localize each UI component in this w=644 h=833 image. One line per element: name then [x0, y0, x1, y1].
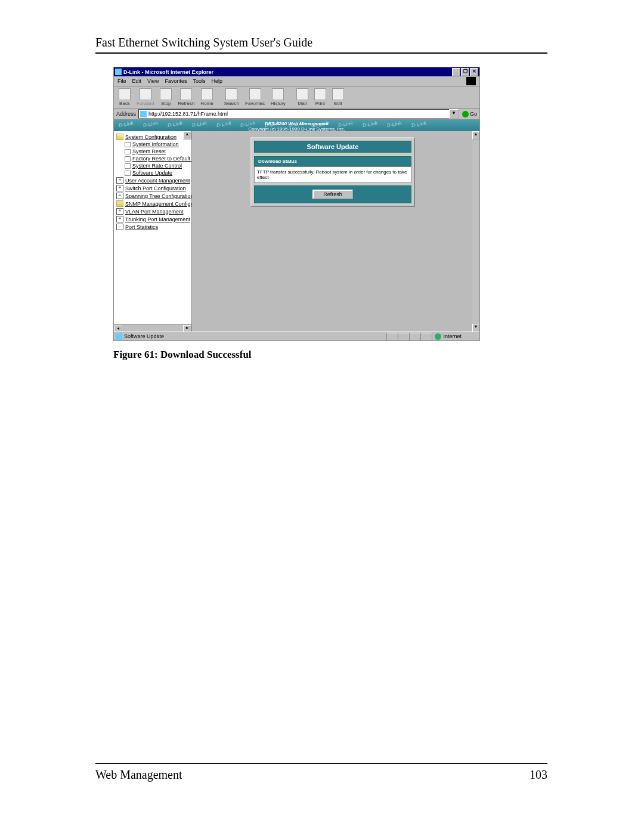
home-icon	[201, 88, 213, 100]
status-text: Software Update	[124, 333, 386, 339]
address-value: http://192.152.81.71/hFrame.html	[148, 111, 228, 117]
print-icon	[314, 88, 326, 100]
go-icon	[462, 111, 469, 117]
window-titlebar: D-Link - Microsoft Internet Explorer _ ❐…	[114, 67, 479, 76]
history-icon	[272, 88, 284, 100]
menu-edit[interactable]: Edit	[132, 78, 142, 84]
tree-port-statistics[interactable]: ·Port Statistics	[116, 223, 191, 231]
card-subheader: Download Status	[254, 156, 411, 166]
page-icon	[125, 142, 131, 147]
edit-icon	[332, 88, 344, 100]
refresh-toolbar-button[interactable]: Refresh	[178, 88, 194, 106]
folder-open-icon	[116, 134, 123, 140]
security-zone: Internet	[432, 333, 479, 340]
scroll-down-button[interactable]: ▼	[472, 324, 479, 332]
tree-system-rate-control[interactable]: System Rate Control	[116, 162, 191, 169]
menu-bar: File Edit View Favorites Tools Help	[114, 76, 479, 86]
figure-caption: Figure 61: Download Successful	[113, 349, 252, 361]
footer-rule	[95, 763, 547, 764]
mail-button[interactable]: Mail	[296, 88, 308, 106]
back-button[interactable]: Back	[119, 88, 131, 106]
scroll-up-button[interactable]: ▲	[472, 131, 479, 140]
history-button[interactable]: History	[271, 88, 286, 106]
edit-button[interactable]: Edit	[332, 88, 344, 106]
page-icon	[125, 171, 131, 176]
stop-button[interactable]: Stop	[160, 88, 172, 106]
address-label: Address	[116, 111, 136, 117]
refresh-icon	[180, 88, 192, 100]
ie-throbber-icon	[466, 77, 476, 85]
expand-icon[interactable]: +	[116, 216, 123, 222]
address-dropdown[interactable]: ▼	[449, 109, 459, 119]
main-v-scrollbar[interactable]: ▲ ▼	[472, 131, 479, 332]
header-rule	[95, 52, 547, 54]
expand-icon[interactable]: +	[116, 193, 123, 199]
forward-button[interactable]: Forward	[137, 88, 154, 106]
menu-favorites[interactable]: Favorites	[165, 78, 187, 84]
favorites-button[interactable]: Favorites	[245, 88, 265, 106]
back-icon	[119, 88, 131, 100]
tree-spanning-tree-configuration[interactable]: +Spanning Tree Configuration	[116, 192, 191, 200]
close-button[interactable]: ✕	[470, 68, 478, 76]
home-button[interactable]: Home	[200, 88, 213, 106]
sidebar-scroll-up[interactable]: ▲	[183, 131, 191, 140]
tree-software-update[interactable]: Software Update	[116, 169, 191, 176]
tree-factory-reset[interactable]: Factory Reset to Default Confi	[116, 155, 191, 162]
search-icon	[225, 88, 237, 100]
maximize-button[interactable]: ❐	[461, 68, 469, 76]
screenshot: D-Link - Microsoft Internet Explorer _ ❐…	[113, 67, 480, 341]
tree-system-reset[interactable]: System Reset	[116, 148, 191, 155]
tree-switch-port-configuration[interactable]: +Switch Port Configuration	[116, 184, 191, 192]
ie-icon	[115, 69, 122, 75]
tree-trunking-port-management[interactable]: +Trunking Port Management	[116, 215, 191, 223]
tree-system-information[interactable]: System Information	[116, 141, 191, 148]
page-icon	[125, 149, 131, 154]
sidebar-tree: ▲ System Configuration System Informatio…	[114, 131, 192, 332]
main-panel: ▲ ▼ Software Update Download Status TFTP…	[192, 131, 479, 332]
menu-view[interactable]: View	[147, 78, 159, 84]
tree-snmp-management-configuration[interactable]: SNMP Management Configuration	[116, 200, 191, 208]
page-icon	[125, 156, 131, 162]
doc-header: Fast Ethernet Switching System User's Gu…	[95, 36, 312, 49]
address-bar: Address http://192.152.81.71/hFrame.html…	[114, 109, 479, 120]
address-field[interactable]: http://192.152.81.71/hFrame.html	[138, 109, 450, 119]
search-button[interactable]: Search	[224, 88, 239, 106]
page-icon	[125, 163, 131, 169]
favorites-icon	[249, 88, 261, 100]
internet-zone-icon	[435, 333, 441, 340]
window-title: D-Link - Microsoft Internet Explorer	[123, 69, 452, 75]
minimize-button[interactable]: _	[452, 68, 460, 76]
toolbar: Back Forward Stop Refresh Home Search Fa…	[114, 86, 479, 109]
status-page-icon	[116, 333, 122, 340]
card-title: Software Update	[254, 141, 411, 153]
page-icon	[140, 111, 147, 117]
expand-icon[interactable]: +	[116, 177, 123, 184]
card-message: TFTP transfer successfully. Reboot syste…	[254, 166, 411, 183]
folder-icon	[116, 200, 123, 207]
stop-icon	[160, 88, 172, 100]
tree-vlan-port-management[interactable]: +VLAN Port Management	[116, 208, 191, 215]
software-update-card: Software Update Download Status TFTP tra…	[250, 137, 415, 207]
expand-icon[interactable]: +	[116, 208, 123, 215]
menu-tools[interactable]: Tools	[193, 78, 205, 84]
tree-user-account-management[interactable]: +User Account Management	[116, 176, 191, 184]
footer-left: Web Management	[95, 768, 182, 782]
content-area: ▲ System Configuration System Informatio…	[114, 131, 479, 332]
status-bar: Software Update Internet	[114, 332, 479, 340]
tree-system-configuration[interactable]: System Configuration	[116, 133, 191, 141]
banner-title: DES-5200 Web Management	[265, 121, 329, 126]
leaf-icon: ·	[116, 224, 123, 230]
expand-icon[interactable]: +	[116, 185, 123, 191]
go-button[interactable]: Go	[462, 111, 477, 117]
mail-icon	[296, 88, 308, 100]
menu-file[interactable]: File	[117, 78, 126, 84]
menu-help[interactable]: Help	[211, 78, 222, 84]
forward-icon	[140, 88, 151, 100]
print-button[interactable]: Print	[314, 88, 326, 106]
refresh-button[interactable]: Refresh	[312, 190, 353, 199]
footer-page-number: 103	[530, 768, 547, 782]
